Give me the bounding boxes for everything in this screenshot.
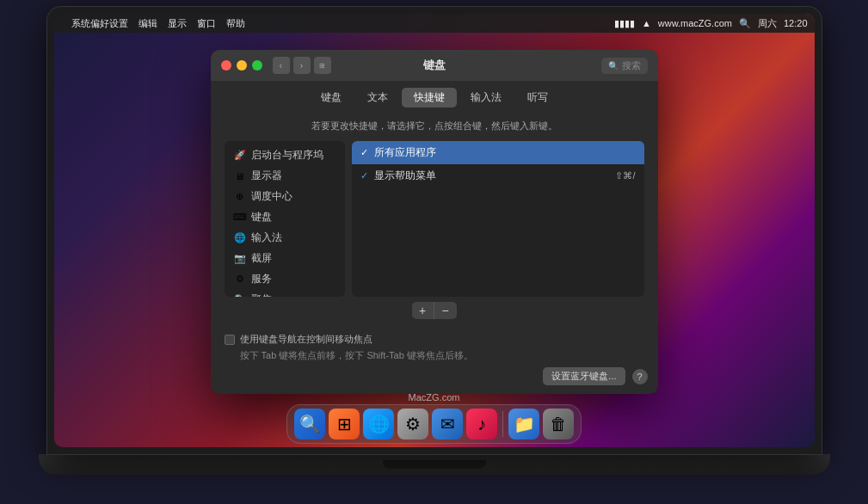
cat-launchpad-label: 启动台与程序坞 [251, 149, 323, 162]
display-icon: 🖥 [234, 170, 246, 182]
tab-text[interactable]: 文本 [355, 88, 400, 108]
macbook-frame: 系统偏好设置 编辑 显示 窗口 帮助 ▮▮▮▮ ▲ www.macZG.com … [22, 7, 847, 497]
bluetooth-keyboard-button[interactable]: 设置蓝牙键盘... [543, 367, 625, 385]
maximize-button[interactable] [252, 60, 262, 71]
dock-trash[interactable]: 🗑 [543, 409, 574, 439]
launchpad-icon: 🚀 [234, 150, 246, 162]
dock-container: 🔍 ⊞ 🌐 ⚙ ✉ ♪ 📁 🗑 [54, 404, 815, 444]
cat-services-label: 服务 [251, 273, 272, 286]
titlebar-nav: ‹ › ⊞ [273, 57, 331, 74]
bottom-chin [39, 454, 830, 475]
tabs-bar: 键盘 文本 快捷键 输入法 听写 [211, 81, 658, 113]
search-placeholder-text: 搜索 [622, 59, 641, 72]
traffic-lights [221, 60, 262, 71]
detail-help-shortcut: ⇧⌘/ [615, 170, 635, 181]
checkbox-label: 使用键盘导航在控制间移动焦点 [240, 333, 372, 346]
menubar-right: ▮▮▮▮ ▲ www.macZG.com 🔍 周六 12:20 [614, 17, 808, 30]
menubar-day: 周六 [758, 17, 777, 30]
cat-input-label: 输入法 [251, 231, 282, 244]
dock-music[interactable]: ♪ [466, 409, 497, 439]
cat-services[interactable]: ⚙ 服务 [227, 269, 342, 289]
search-menubar-icon: 🔍 [739, 18, 751, 29]
cat-mission-control-label: 调度中心 [251, 190, 292, 203]
cat-display-label: 显示器 [251, 169, 282, 182]
cat-input[interactable]: 🌐 输入法 [227, 228, 342, 248]
add-shortcut-button[interactable]: + [412, 302, 434, 319]
minimize-button[interactable] [237, 60, 247, 71]
forward-button[interactable]: › [293, 57, 311, 74]
input-icon: 🌐 [234, 232, 246, 244]
titlebar-search[interactable]: 🔍 搜索 [601, 58, 648, 74]
menu-display[interactable]: 显示 [168, 17, 187, 30]
dock-launchpad[interactable]: ⊞ [329, 409, 360, 439]
check-icon-help: ✓ [360, 170, 374, 181]
keyboard-icon: ⌨ [234, 212, 246, 224]
dock-safari[interactable]: 🌐 [363, 409, 394, 439]
menu-sysprefs[interactable]: 系统偏好设置 [71, 17, 128, 30]
window-title: 键盘 [423, 58, 446, 73]
detail-show-help[interactable]: ✓ 显示帮助菜单 ⇧⌘/ [352, 164, 644, 187]
tab-shortcuts[interactable]: 快捷键 [402, 88, 457, 108]
preferences-window: ‹ › ⊞ 键盘 🔍 搜索 键盘 文本 快捷 [211, 50, 658, 394]
remove-shortcut-button[interactable]: − [434, 302, 457, 319]
dock-sysprefs[interactable]: ⚙ [397, 409, 428, 439]
laptop-notch [383, 460, 486, 469]
dock-files[interactable]: 📁 [508, 409, 539, 439]
window-content: 若要更改快捷键，请选择它，点按组合键，然后键入新键。 🚀 启动台与程序坞 [211, 113, 658, 333]
screen: 系统偏好设置 编辑 显示 窗口 帮助 ▮▮▮▮ ▲ www.macZG.com … [54, 14, 815, 447]
battery-icon: ▮▮▮▮ [614, 18, 635, 29]
detail-allapps-label: 所有应用程序 [374, 145, 636, 160]
hint-text: 若要更改快捷键，请选择它，点按组合键，然后键入新键。 [225, 120, 644, 132]
menu-edit[interactable]: 编辑 [139, 17, 157, 30]
keyboard-nav-checkbox[interactable] [225, 335, 235, 345]
dock: 🔍 ⊞ 🌐 ⚙ ✉ ♪ 📁 🗑 [286, 404, 582, 444]
category-list: 🚀 启动台与程序坞 🖥 显示器 ⊕ 调度中心 [225, 141, 345, 297]
panes: 🚀 启动台与程序坞 🖥 显示器 ⊕ 调度中心 [225, 141, 644, 297]
tab-input[interactable]: 输入法 [459, 88, 514, 108]
cat-spotlight[interactable]: 🔍 聚焦 [227, 290, 342, 297]
detail-all-apps[interactable]: ✓ 所有应用程序 [352, 141, 644, 164]
checkbox-row: 使用键盘导航在控制间移动焦点 [225, 333, 644, 346]
screenshot-icon: 📷 [234, 253, 246, 265]
check-icon-allapps: ✓ [360, 147, 374, 158]
cat-keyboard[interactable]: ⌨ 键盘 [227, 207, 342, 227]
menubar: 系统偏好设置 编辑 显示 窗口 帮助 ▮▮▮▮ ▲ www.macZG.com … [54, 14, 815, 33]
close-button[interactable] [221, 60, 231, 71]
cat-keyboard-label: 键盘 [251, 211, 272, 224]
dock-divider [502, 411, 503, 437]
menubar-time: 12:20 [784, 18, 808, 28]
checkbox-section: 使用键盘导航在控制间移动焦点 按下 Tab 键将焦点前移，按下 Shift-Ta… [211, 333, 658, 362]
cat-screenshot[interactable]: 📷 截屏 [227, 249, 342, 268]
detail-panel: ✓ 所有应用程序 ✓ 显示帮助菜单 ⇧⌘/ [352, 141, 644, 297]
website-label: www.macZG.com [658, 18, 732, 28]
desktop: ‹ › ⊞ 键盘 🔍 搜索 键盘 文本 快捷 [54, 33, 815, 447]
brand-label: MacZG.com [409, 389, 460, 404]
menubar-left: 系统偏好设置 编辑 显示 窗口 帮助 [61, 17, 245, 30]
cat-display[interactable]: 🖥 显示器 [227, 166, 342, 186]
toolbar-btn-group: + − [412, 302, 457, 319]
tab-dictation[interactable]: 听写 [515, 88, 560, 108]
cat-launchpad[interactable]: 🚀 启动台与程序坞 [227, 145, 342, 165]
screen-bezel: 系统偏好设置 编辑 显示 窗口 帮助 ▮▮▮▮ ▲ www.macZG.com … [47, 7, 822, 454]
window-titlebar: ‹ › ⊞ 键盘 🔍 搜索 [211, 50, 658, 81]
tab-keyboard[interactable]: 键盘 [309, 88, 354, 108]
bottom-toolbar: + − [225, 297, 644, 324]
back-button[interactable]: ‹ [273, 57, 290, 74]
dock-finder[interactable]: 🔍 [294, 409, 325, 439]
detail-help-label: 显示帮助菜单 [374, 169, 616, 183]
menu-window[interactable]: 窗口 [197, 17, 216, 30]
mission-control-icon: ⊕ [234, 191, 246, 203]
wifi-icon: ▲ [642, 18, 651, 28]
grid-button[interactable]: ⊞ [314, 57, 331, 74]
services-icon: ⚙ [234, 274, 246, 286]
search-icon: 🔍 [608, 61, 619, 71]
cat-screenshot-label: 截屏 [251, 252, 272, 265]
checkbox-sublabel: 按下 Tab 键将焦点前移，按下 Shift-Tab 键将焦点后移。 [225, 349, 644, 362]
menu-help[interactable]: 帮助 [226, 17, 245, 30]
dock-mail[interactable]: ✉ [432, 409, 463, 439]
cat-mission-control[interactable]: ⊕ 调度中心 [227, 187, 342, 206]
help-button[interactable]: ? [632, 369, 648, 384]
